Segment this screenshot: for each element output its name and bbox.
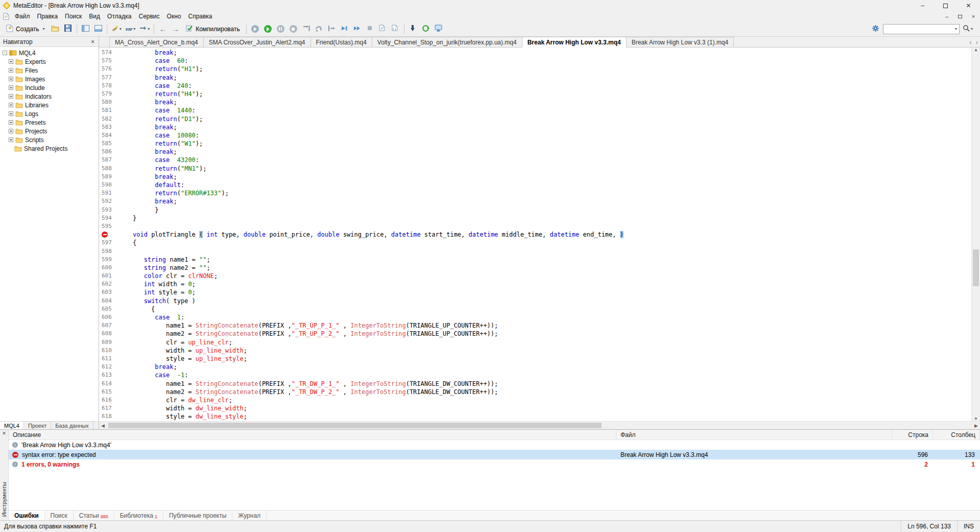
navigator-tab-mql4[interactable]: MQL4 — [0, 422, 24, 429]
close-button[interactable]: ✕ — [957, 0, 980, 11]
toolbox-tab-статьи[interactable]: Статьи980 — [74, 511, 114, 520]
column-header-column[interactable]: Столбец — [933, 430, 980, 440]
code-line[interactable]: 588 return("MN1"); — [99, 165, 971, 173]
open-button[interactable] — [49, 23, 62, 35]
code-line[interactable]: 618 style = dw_line_style; — [99, 412, 971, 421]
code-line[interactable]: 594} — [99, 214, 971, 222]
code-line[interactable]: 607 name1 = StringConcatenate(PREFIX ,"_… — [99, 321, 971, 330]
code-line[interactable]: 583 break; — [99, 123, 971, 131]
code-line[interactable]: 605 { — [99, 305, 971, 313]
tree-item-projects[interactable]: +Projects — [0, 127, 99, 135]
doc-tab[interactable]: Break Arrow High Low v3.3.mq4 — [522, 37, 627, 48]
step-out-button[interactable] — [325, 23, 338, 35]
pause-debug-button[interactable] — [274, 23, 287, 35]
tree-item-files[interactable]: +Files — [0, 66, 99, 75]
code-line[interactable]: 591 return("ERROR#133"); — [99, 189, 971, 197]
expand-icon[interactable]: + — [9, 94, 13, 99]
vertical-scroll-thumb[interactable] — [973, 249, 979, 286]
code-line[interactable]: 584 case 10080: — [99, 131, 971, 140]
code-line[interactable]: 576 return("H1"); — [99, 65, 971, 73]
code-line[interactable]: 577 break; — [99, 74, 971, 82]
snippet-button[interactable] — [389, 23, 402, 35]
code-line[interactable]: void plotTriangle ( int type, double poi… — [99, 230, 971, 239]
error-row[interactable]: i'Break Arrow High Low v3.3.mq4' — [9, 440, 980, 450]
code-line[interactable]: 581 case 1440: — [99, 106, 971, 114]
tree-root-mql4[interactable]: -MQL4 — [0, 49, 99, 57]
insert-variable-button[interactable]: var ▾ — [124, 23, 138, 35]
scroll-down-icon[interactable]: ▼ — [972, 417, 980, 421]
code-line[interactable]: 601 color clr = clrNONE; — [99, 272, 971, 280]
back-button[interactable]: ← — [156, 23, 169, 35]
expand-icon[interactable]: + — [9, 120, 13, 125]
continue-button[interactable] — [351, 23, 364, 35]
tree-item-images[interactable]: +Images — [0, 75, 99, 83]
code-line[interactable]: 599 string name1 = ""; — [99, 256, 971, 264]
column-header-line[interactable]: Строка — [892, 430, 933, 440]
code-line[interactable]: 608 name2 = StringConcatenate(PREFIX ,"_… — [99, 330, 971, 338]
doc-tab[interactable]: Break Arrow High Low v3.3 (1).mq4 — [626, 37, 734, 47]
tree-item-libraries[interactable]: +Libraries — [0, 101, 99, 109]
code-line[interactable]: 602 int width = 0; — [99, 280, 971, 288]
scroll-up-icon[interactable]: ▲ — [972, 48, 980, 52]
tree-item-shared-projects[interactable]: Shared Projects — [0, 144, 99, 153]
code-editor[interactable]: 574 break;575 case 60:576 return("H1");5… — [99, 48, 971, 421]
code-line[interactable]: 609 clr = up_line_clr; — [99, 338, 971, 346]
expand-icon[interactable]: + — [9, 111, 13, 116]
vps-button[interactable] — [432, 23, 445, 35]
tree-item-presets[interactable]: +Presets — [0, 118, 99, 127]
marker-button[interactable] — [407, 23, 419, 35]
code-line[interactable]: 578 case 240: — [99, 82, 971, 90]
tree-item-include[interactable]: +Include — [0, 83, 99, 92]
tree-item-experts[interactable]: +Experts — [0, 57, 99, 66]
code-line[interactable]: 612 break; — [99, 363, 971, 371]
code-line[interactable]: 589 break; — [99, 173, 971, 181]
code-line[interactable]: 597{ — [99, 239, 971, 247]
code-line[interactable]: 617 width = dw_line_width; — [99, 404, 971, 412]
doc-tab[interactable]: MA_Cross_Alert_Once_b.mq4 — [109, 37, 204, 47]
community-settings-button[interactable] — [869, 23, 882, 35]
tree-item-scripts[interactable]: +Scripts — [0, 135, 99, 144]
code-line[interactable]: 574 break; — [99, 49, 971, 57]
menu-item-Поиск[interactable]: Поиск — [61, 12, 85, 21]
toolbox-tab-поиск[interactable]: Поиск — [45, 511, 74, 520]
expand-icon[interactable]: + — [9, 77, 13, 81]
vertical-scrollbar[interactable]: ▲ ▼ — [971, 48, 980, 421]
code-line[interactable]: 604 switch( type ) — [99, 297, 971, 305]
horizontal-scrollbar[interactable]: ◀ ▶ — [99, 421, 980, 429]
insert-function-button[interactable]: ▾ — [137, 23, 152, 35]
code-line[interactable]: 593 } — [99, 206, 971, 214]
debug-history-button[interactable] — [249, 23, 261, 35]
step-over-button[interactable] — [313, 23, 325, 35]
menu-item-Окно[interactable]: Окно — [163, 12, 185, 21]
toolbox-tab-публичные-проекты[interactable]: Публичные проекты — [163, 511, 232, 520]
column-header-description[interactable]: Описание — [9, 430, 616, 440]
menu-item-Справка[interactable]: Справка — [184, 12, 216, 21]
step-into-button[interactable] — [300, 23, 313, 35]
horizontal-scroll-thumb[interactable] — [108, 423, 602, 428]
start-debug-button[interactable] — [261, 23, 274, 35]
code-line[interactable]: 616 clr = dw_line_clr; — [99, 396, 971, 404]
code-line[interactable]: 595 — [99, 222, 971, 230]
code-line[interactable]: 590 default: — [99, 181, 971, 189]
code-line[interactable]: 586 break; — [99, 148, 971, 156]
tab-scroll-right-icon[interactable]: › — [976, 38, 978, 46]
doc-tab[interactable]: Volty_Channel_Stop_on_jurik(trueforex.pp… — [372, 37, 522, 47]
code-line[interactable]: 580 break; — [99, 98, 971, 106]
menu-item-Отладка[interactable]: Отладка — [104, 12, 135, 21]
mdi-minimize-button[interactable]: – — [940, 12, 953, 20]
minimize-button[interactable]: – — [911, 0, 934, 11]
code-line[interactable]: 579 return("H4"); — [99, 90, 971, 98]
expand-icon[interactable]: + — [9, 137, 13, 142]
styler-button[interactable]: ▾ — [109, 23, 124, 35]
toolbox-tab-ошибки[interactable]: Ошибки — [9, 511, 45, 520]
code-line[interactable]: 600 string name2 = ""; — [99, 264, 971, 272]
toolbox-tab-библиотека[interactable]: Библиотека1 — [114, 511, 163, 520]
code-line[interactable]: 614 name1 = StringConcatenate(PREFIX ,"_… — [99, 380, 971, 388]
error-row[interactable]: syntax error: type expectedBreak Arrow H… — [9, 450, 980, 459]
code-line[interactable]: 575 case 60: — [99, 57, 971, 65]
code-line[interactable]: 611 style = up_line_style; — [99, 355, 971, 363]
collapse-icon[interactable]: - — [3, 51, 7, 55]
new-button[interactable]: Создать ▾ — [2, 23, 49, 35]
doc-tab[interactable]: Friend(Ustas).mq4 — [310, 37, 372, 47]
expand-icon[interactable]: + — [9, 68, 13, 73]
